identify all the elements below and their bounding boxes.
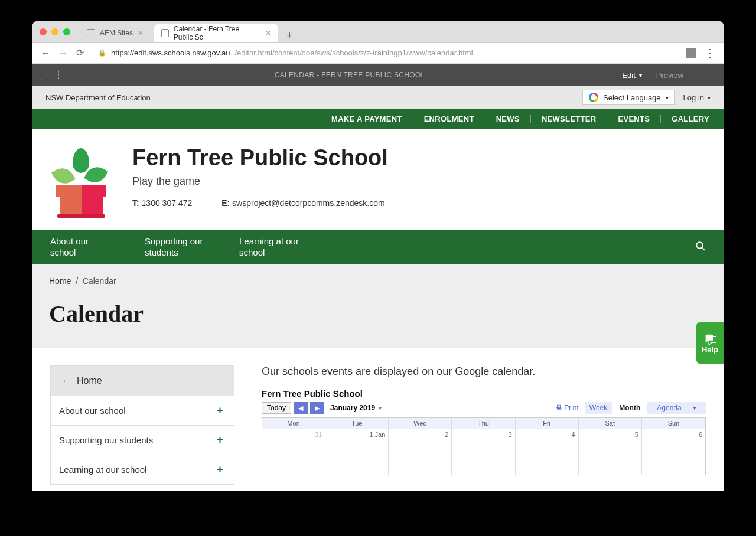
intro-text: Our schools events are displayed on our … [262, 365, 706, 378]
login-link[interactable]: Log in▾ [683, 93, 711, 102]
calendar-row: 31 1 Jan 2 3 4 5 6 [262, 429, 705, 475]
calendar-grid: Mon Tue Wed Thu Fri Sat Sun 31 1 Jan 2 3… [262, 417, 706, 475]
page-properties-icon[interactable] [698, 70, 708, 80]
sidenav-item: Learning at our school + [51, 455, 234, 484]
url-input[interactable]: 🔒 https://edit.sws.schools.nsw.gov.au/ed… [92, 48, 677, 57]
aem-page-title: CALENDAR - FERN TREE PUBLIC SCHOOL [77, 71, 622, 79]
tab-calendar[interactable]: Calendar - Fern Tree Public Sc ✕ [154, 24, 278, 42]
tab-aem-sites[interactable]: AEM Sites ✕ [80, 24, 151, 42]
preview-button[interactable]: Preview [656, 71, 683, 80]
lock-icon: 🔒 [98, 49, 106, 57]
calendar-controls: Today ◀ ▶ January 2019▾ 🖶Print Week Mont… [262, 402, 706, 414]
nav-newsletter[interactable]: NEWSLETTER [531, 115, 608, 123]
nav-news[interactable]: NEWS [485, 115, 531, 123]
close-tab-icon[interactable]: ✕ [138, 29, 144, 37]
language-selector[interactable]: Select Language ▾ [582, 90, 675, 105]
expand-icon[interactable]: + [206, 455, 234, 484]
url-path: /editor.html/content/doe/sws/schools/z/z… [234, 48, 472, 57]
chevron-down-icon: ▾ [639, 72, 642, 79]
nav-enrolment[interactable]: ENROLMENT [413, 115, 485, 123]
page-icon [87, 29, 95, 37]
nav-supporting[interactable]: Supporting our students [145, 236, 239, 259]
prev-month-button[interactable]: ◀ [294, 402, 308, 414]
breadcrumb-current: Calendar [83, 276, 116, 286]
chevron-down-icon: ▾ [379, 405, 382, 411]
side-nav: ← Home About our school + Supporting our… [50, 365, 234, 485]
calendar-day-headers: Mon Tue Wed Thu Fri Sat Sun [262, 418, 705, 429]
browser-titlebar: AEM Sites ✕ Calendar - Fern Tree Public … [32, 21, 724, 43]
calendar-cell[interactable]: 2 [389, 429, 452, 475]
browser-menu-icon[interactable]: ⋮ [705, 47, 715, 60]
calendar-cell[interactable]: 5 [579, 429, 642, 475]
reload-button[interactable]: ⟳ [76, 47, 84, 58]
utility-nav: MAKE A PAYMENT ENROLMENT NEWS NEWSLETTER… [32, 109, 724, 129]
sidenav-item: About our school + [51, 396, 234, 425]
calendar-title: Fern Tree Public School [262, 388, 706, 398]
back-button[interactable]: ← [41, 48, 50, 58]
calendar-cell[interactable]: 1 Jan [325, 429, 389, 475]
tab-title: Calendar - Fern Tree Public Sc [174, 25, 260, 41]
edit-mode-button[interactable]: Edit▾ [622, 71, 641, 80]
view-month[interactable]: Month [614, 402, 645, 414]
forward-button[interactable]: → [58, 48, 68, 58]
window-controls [40, 28, 70, 35]
school-tagline: Play the game [132, 175, 388, 188]
body-area: ← Home About our school + Supporting our… [32, 348, 724, 491]
nav-events[interactable]: EVENTS [607, 115, 661, 123]
main-column: Our schools events are displayed on our … [262, 365, 706, 475]
expand-icon[interactable]: + [206, 426, 234, 455]
new-tab-button[interactable]: + [282, 30, 298, 42]
print-icon: 🖶 [555, 404, 562, 412]
breadcrumb-home[interactable]: Home [49, 276, 71, 286]
school-name: Fern Tree Public School [132, 145, 388, 171]
top-strip: NSW Department of Education Select Langu… [32, 86, 724, 109]
address-bar: ← → ⟳ 🔒 https://edit.sws.schools.nsw.gov… [32, 43, 724, 64]
sidenav-learning[interactable]: Learning at our school [51, 455, 206, 484]
close-tab-icon[interactable]: ✕ [265, 29, 271, 37]
nav-about[interactable]: About our school [50, 236, 145, 259]
search-icon[interactable] [695, 241, 706, 254]
browser-tabs: AEM Sites ✕ Calendar - Fern Tree Public … [80, 21, 716, 42]
month-label[interactable]: January 2019▾ [330, 404, 382, 412]
chevron-down-icon: ▾ [688, 402, 701, 414]
close-window-icon[interactable] [40, 28, 47, 35]
next-month-button[interactable]: ▶ [310, 402, 324, 414]
sidenav-about[interactable]: About our school [51, 396, 206, 425]
sidenav-item: Supporting our students + [51, 425, 234, 455]
google-icon [589, 93, 598, 102]
view-tabs: Week Month Agenda ▾ [585, 402, 706, 414]
school-email: swsproject@detcorpcomms.zendesk.com [232, 198, 385, 208]
today-button[interactable]: Today [262, 402, 291, 414]
side-panel-icon[interactable] [40, 70, 50, 80]
profile-icon[interactable] [686, 48, 696, 58]
department-label: NSW Department of Education [45, 93, 151, 102]
calendar-cell[interactable]: 4 [516, 429, 579, 475]
school-phone: 1300 307 472 [142, 198, 193, 208]
calendar-cell[interactable]: 3 [452, 429, 515, 475]
chevron-down-icon: ▾ [708, 94, 711, 101]
chat-icon [703, 332, 716, 345]
minimize-window-icon[interactable] [51, 28, 58, 35]
calendar-cell[interactable]: 6 [642, 429, 705, 475]
page-info-icon[interactable] [58, 70, 69, 80]
maximize-window-icon[interactable] [63, 28, 70, 35]
school-contact: T: 1300 307 472 E: swsproject@detcorpcom… [132, 198, 388, 208]
breadcrumb: Home / Calendar [49, 276, 707, 286]
help-tab[interactable]: Help [696, 322, 724, 364]
nav-gallery[interactable]: GALLERY [661, 115, 709, 123]
page-icon [161, 29, 169, 37]
sidenav-supporting[interactable]: Supporting our students [51, 426, 206, 455]
page-content[interactable]: NSW Department of Education Select Langu… [32, 86, 724, 491]
print-button[interactable]: 🖶Print [555, 404, 579, 412]
nav-make-payment[interactable]: MAKE A PAYMENT [321, 115, 413, 123]
chevron-down-icon: ▾ [666, 94, 669, 101]
breadcrumb-area: Home / Calendar Calendar [32, 264, 724, 348]
expand-icon[interactable]: + [206, 396, 234, 425]
arrow-left-icon: ← [61, 375, 71, 386]
sidenav-home[interactable]: ← Home [51, 366, 234, 396]
view-agenda[interactable]: Agenda ▾ [647, 402, 706, 414]
nav-learning[interactable]: Learning at our school [239, 236, 334, 259]
school-logo [50, 145, 112, 216]
view-week[interactable]: Week [585, 402, 612, 414]
calendar-cell[interactable]: 31 [262, 429, 325, 475]
